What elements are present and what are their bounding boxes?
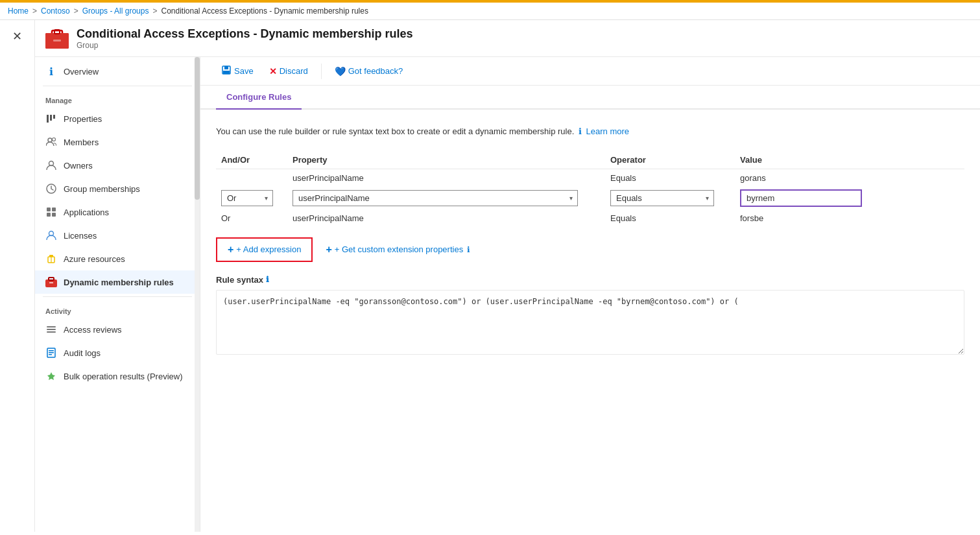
access-reviews-icon xyxy=(45,324,57,335)
breadcrumb-current: Conditional Access Exceptions - Dynamic … xyxy=(161,6,368,16)
azure-resources-icon xyxy=(45,253,57,265)
sidebar-audit-logs-label: Audit logs xyxy=(64,348,101,358)
add-expression-button[interactable]: + + Add expression xyxy=(216,237,313,262)
row1-value: gorans xyxy=(735,169,964,187)
feedback-icon: 💙 xyxy=(335,66,346,77)
properties-icon xyxy=(45,113,57,125)
svg-rect-12 xyxy=(47,208,51,211)
table-row-3: Or userPrincipalName Equals forsbe xyxy=(216,209,964,227)
divider-2 xyxy=(43,296,192,297)
get-custom-plus-icon: + xyxy=(326,244,331,256)
svg-rect-6 xyxy=(50,115,52,121)
breadcrumb-groups[interactable]: Groups - All groups xyxy=(82,6,149,16)
col-header-operator: Operator xyxy=(605,151,735,169)
audit-logs-icon xyxy=(45,347,57,359)
operator-select[interactable]: Equals Not Equals Contains xyxy=(610,190,714,206)
feedback-button[interactable]: 💙 Got feedback? xyxy=(329,64,409,79)
svg-rect-4 xyxy=(53,40,61,42)
sidebar-properties-label: Properties xyxy=(64,114,102,124)
sidebar-item-access-reviews[interactable]: Access reviews xyxy=(35,318,200,341)
manage-section-label: Manage xyxy=(35,89,200,107)
get-custom-extension-button[interactable]: + + Get custom extension properties ℹ xyxy=(323,239,473,261)
sidebar-applications-label: Applications xyxy=(64,208,109,217)
sidebar-item-applications[interactable]: Applications xyxy=(35,200,200,224)
toolbar-divider xyxy=(321,64,322,79)
toolbar: Save ✕ Discard 💙 Got feedback? xyxy=(200,57,980,86)
group-memberships-icon xyxy=(45,183,57,195)
svg-rect-27 xyxy=(49,350,54,351)
content-area: You can use the rule builder or rule syn… xyxy=(200,110,980,532)
add-expression-plus-icon: + xyxy=(228,244,233,256)
info-circle-icon: ℹ xyxy=(579,126,582,136)
owners-icon xyxy=(45,160,57,171)
property-select[interactable]: userPrincipalName displayName mail depar… xyxy=(293,190,578,206)
sidebar-access-reviews-label: Access reviews xyxy=(64,325,122,335)
scrollbar-thumb xyxy=(195,57,200,200)
svg-rect-15 xyxy=(52,213,56,217)
feedback-label: Got feedback? xyxy=(348,66,403,76)
svg-rect-3 xyxy=(54,30,60,34)
get-custom-info-icon: ℹ xyxy=(467,245,470,254)
discard-label: Discard xyxy=(280,66,308,76)
editable-row: Or And userPrincipalName xyxy=(216,187,964,209)
page-subtitle: Group xyxy=(77,41,412,50)
scrollbar-track xyxy=(195,57,200,532)
sidebar-item-group-memberships[interactable]: Group memberships xyxy=(35,177,200,200)
sidebar-item-dynamic-membership-rules[interactable]: Dynamic membership rules xyxy=(35,270,200,294)
svg-rect-21 xyxy=(49,278,54,280)
title-text: Conditional Access Exceptions - Dynamic … xyxy=(77,27,412,50)
property-select-wrapper: userPrincipalName displayName mail depar… xyxy=(293,190,578,206)
sidebar-item-owners[interactable]: Owners xyxy=(35,154,200,177)
sidebar-item-bulk-ops[interactable]: Bulk operation results (Preview) xyxy=(35,364,200,388)
briefcase-icon xyxy=(45,28,69,49)
svg-rect-28 xyxy=(49,352,54,353)
breadcrumb-contoso[interactable]: Contoso xyxy=(41,6,70,16)
sidebar-item-properties[interactable]: Properties xyxy=(35,107,200,130)
applications-icon xyxy=(45,206,57,218)
save-button[interactable]: Save xyxy=(216,62,259,80)
svg-point-8 xyxy=(48,138,52,142)
discard-icon: ✕ xyxy=(269,66,277,77)
svg-point-9 xyxy=(53,138,56,141)
sidebar-members-label: Members xyxy=(64,137,99,147)
discard-button[interactable]: ✕ Discard xyxy=(264,64,313,79)
editable-value-cell xyxy=(735,187,964,209)
col-header-andor: And/Or xyxy=(216,151,287,169)
get-custom-label: + Get custom extension properties xyxy=(335,244,463,254)
rules-table: And/Or Property Operator Value userPrinc… xyxy=(216,151,964,227)
value-input[interactable] xyxy=(740,189,862,207)
sidebar-dynamic-rules-label: Dynamic membership rules xyxy=(64,278,174,287)
title-bar: Conditional Access Exceptions - Dynamic … xyxy=(35,20,980,57)
rule-syntax-label: Rule syntax ℹ xyxy=(216,275,964,285)
tab-configure-rules[interactable]: Configure Rules xyxy=(216,86,302,110)
sidebar-item-audit-logs[interactable]: Audit logs xyxy=(35,341,200,364)
andor-select[interactable]: Or And xyxy=(221,190,273,206)
row3-operator: Equals xyxy=(605,209,735,227)
row3-property: userPrincipalName xyxy=(287,209,605,227)
editable-property-cell: userPrincipalName displayName mail depar… xyxy=(287,187,605,209)
close-panel: ✕ xyxy=(0,20,35,532)
close-button[interactable]: ✕ xyxy=(10,27,25,46)
sidebar-item-azure-resources[interactable]: Azure resources xyxy=(35,247,200,270)
sidebar-licenses-label: Licenses xyxy=(64,231,97,241)
sidebar-item-licenses[interactable]: Licenses xyxy=(35,224,200,247)
rule-syntax-info-icon: ℹ xyxy=(266,275,269,284)
row1-property: userPrincipalName xyxy=(287,169,605,187)
svg-rect-24 xyxy=(47,329,56,330)
sidebar-owners-label: Owners xyxy=(64,161,93,171)
svg-rect-5 xyxy=(47,115,49,123)
sidebar-item-members[interactable]: Members xyxy=(35,130,200,154)
svg-rect-13 xyxy=(52,208,56,211)
dynamic-rules-icon xyxy=(45,276,57,288)
breadcrumb-home[interactable]: Home xyxy=(8,6,29,16)
learn-more-link[interactable]: Learn more xyxy=(586,126,629,136)
sidebar-bulk-ops-label: Bulk operation results (Preview) xyxy=(64,372,183,381)
sidebar-group-memberships-label: Group memberships xyxy=(64,184,140,194)
save-label: Save xyxy=(234,66,254,76)
sidebar-azure-resources-label: Azure resources xyxy=(64,254,125,264)
svg-rect-23 xyxy=(47,326,56,327)
rule-syntax-textarea[interactable] xyxy=(216,290,964,355)
svg-rect-31 xyxy=(224,66,228,69)
sidebar-item-overview[interactable]: ℹ Overview xyxy=(35,60,200,83)
svg-rect-7 xyxy=(53,115,55,119)
